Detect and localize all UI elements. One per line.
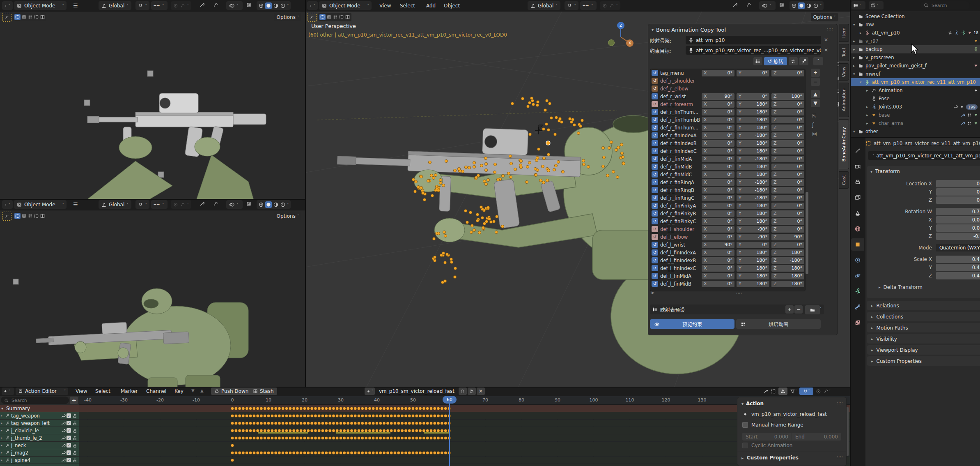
outliner-row-pose[interactable]: Pose [850,95,980,103]
bone-row[interactable]: ↺def_r_forearmX0°Y180°Z0° [650,100,805,108]
push-down-button[interactable]: Push Down [211,388,252,395]
expander-icon[interactable]: ▸ [866,88,871,92]
mode-dropdown[interactable]: Object Mode˅ [14,1,67,10]
mute-checkbox[interactable]: ✓ [67,458,71,462]
bone-rotate-icon[interactable]: ↺ [652,78,658,84]
lock-icon[interactable] [72,436,77,441]
editor-type-button[interactable]: ˅ [2,200,13,209]
expander-icon[interactable]: ▸ [853,64,858,68]
bone-angle-y[interactable]: Y180° [737,210,769,217]
channel-summary[interactable]: ▾Summary [0,405,79,412]
proportional-edit-toggle[interactable]: ˅ [600,1,620,10]
bone-rotate-icon[interactable]: ↺ [652,210,658,217]
channel-j-spine4[interactable]: ▸ j_spine4 ✓ [0,457,79,464]
properties-section-viewport-display[interactable]: ▸Viewport Display [867,345,980,355]
bake-animation-button[interactable]: 烘培动画 [736,319,821,329]
source-clear-icon[interactable]: ✕ [824,37,828,43]
npanel-tab-tool[interactable]: Tool [839,44,849,61]
playhead-line[interactable] [449,396,450,466]
bone-mapping-list[interactable]: ↺tag_menuX0°Y0°Z0°↺def_r_shoulder↺def_r_… [650,69,806,291]
translate-mode-icon[interactable] [789,57,798,65]
xray-toggle-icon[interactable] [779,2,785,8]
falloff-icon[interactable]: ˅ [824,389,831,394]
properties-section-relations[interactable]: ▸Relations [867,301,980,310]
bone-angle-z[interactable]: Z0° [771,187,804,194]
bone-row[interactable]: ↺def_r_wristX90°Y0°Z180° [650,92,805,100]
expander-icon[interactable]: ▸ [866,105,871,109]
editor-mode-dropdown[interactable]: Action Editor˅ [16,388,68,395]
bone-angle-y[interactable]: Y-180° [737,156,769,162]
mute-checkbox[interactable]: ✓ [67,421,71,425]
gizmo-arrow-icon[interactable] [213,2,219,8]
source-armature-field[interactable]: att_vm_p10 [686,36,821,44]
wrench-blue-icon[interactable] [960,121,965,126]
bone-row[interactable]: ↺def_l_finIndexCX0°Y180°Z180° [650,264,805,272]
bone-angle-x[interactable]: X0° [702,171,734,178]
properties-tab-constraints[interactable] [851,254,864,266]
bone-angle-y[interactable]: Y180° [737,257,769,264]
remove-mapping-button[interactable]: − [811,78,820,86]
bone-angle-y[interactable]: Y180° [737,265,769,272]
dope-menu-key[interactable]: Key [171,387,187,396]
outliner-row-joints-003[interactable]: ▸Joints.003199 [850,103,980,111]
transform-field-y[interactable]: 0.0 [936,224,980,232]
pin-icon[interactable] [5,450,10,455]
bone-angle-y[interactable]: Y-180° [737,132,769,139]
outliner-row-att-vm-p10-sm-victor-rec-v11-att-vm-p10[interactable]: ▾att_vm_p10_sm_victor_rec_v11_att_vm_p10 [850,78,980,86]
outliner-search-input[interactable] [931,2,965,9]
move-up-button[interactable]: ▲ [811,90,820,98]
bone-rotate-icon[interactable]: ↺ [652,85,658,92]
outliner-row-mw[interactable]: ▾mw [850,21,980,29]
snap-target-dropdown[interactable]: ꟷꟷ˅ [580,1,597,10]
fit-range-button[interactable]: ↔ [70,397,78,404]
mute-checkbox[interactable]: ✓ [67,443,71,448]
bone-angle-z[interactable]: Z0° [771,140,804,147]
transform-field-z[interactable]: 0 [936,196,980,204]
expander-icon[interactable]: ▾ [860,80,865,84]
menu-view[interactable]: View [376,0,395,11]
xray-toggle-icon[interactable] [246,201,252,207]
bone-row[interactable]: ↺def_l_finIndexBX0°Y180°Z-180° [650,256,805,264]
properties-section-motion-paths[interactable]: ▸Motion Paths [867,323,980,332]
expander-icon[interactable]: ▸ [860,31,865,35]
transform-field-locationx[interactable]: 0 [936,180,980,187]
bone-row[interactable]: ↺tag_menuX0°Y0°Z0° [650,69,805,77]
bone-angle-z[interactable]: Z-180° [771,257,804,264]
expander-icon[interactable]: ▸ [866,113,871,117]
bone-angle-x[interactable]: X0° [702,156,734,162]
bone-rotate-icon[interactable]: ↺ [652,257,658,263]
bone-angle-z[interactable]: Z0° [771,218,804,225]
bone-angle-x[interactable]: X0° [702,117,734,123]
add-mapping-button[interactable]: + [811,69,820,77]
expander-icon[interactable]: ▸ [1,443,5,447]
figure-green-icon[interactable] [973,47,978,52]
pose-blue-icon[interactable] [954,30,959,35]
bone-angle-x[interactable]: X0° [702,187,734,194]
bone-angle-x[interactable]: X0° [702,234,734,240]
bone-row[interactable]: ↺def_r_finMidAX0°Y-180°Z0° [650,155,805,163]
properties-tab-data[interactable] [851,285,864,298]
transform-field-z[interactable]: -0. [936,233,980,240]
bone-angle-y[interactable]: Y0° [737,93,769,100]
delta-transform-row[interactable]: ▸Delta Transform [879,284,923,290]
bone-row[interactable]: ↺def_r_finPinkyBX0°Y180°Z0° [650,210,805,217]
current-frame-badge[interactable]: 60 [443,396,457,404]
bone-row[interactable]: ↺def_r_finRingCX0°Y-180°Z0° [650,194,805,202]
outliner-row-char-arms[interactable]: ▸char_arms [850,119,980,127]
box-select-icon[interactable] [771,389,776,394]
shading-mode-group[interactable]: ˅ [790,1,824,10]
snap-toggle[interactable]: ˅ [135,1,149,10]
lock-icon[interactable] [72,443,77,448]
list-view-icon[interactable] [753,57,762,65]
bone-angle-z[interactable]: Z180° [771,281,804,287]
expander-icon[interactable]: ▾ [853,23,858,27]
bone-angle-z[interactable]: Z0° [771,226,804,233]
bone-row[interactable]: ↺def_r_shoulder [650,77,805,85]
editor-type-button[interactable]: ˅ [307,1,318,10]
properties-tab-view-layer[interactable] [851,191,864,204]
bone-angle-y[interactable]: Y180° [737,203,769,209]
list-resize-handle[interactable]: ∷∷ [736,291,742,295]
pin-icon[interactable] [5,436,10,441]
filter-badge-icon[interactable] [967,30,972,35]
expander-icon[interactable]: ▸ [866,121,871,125]
